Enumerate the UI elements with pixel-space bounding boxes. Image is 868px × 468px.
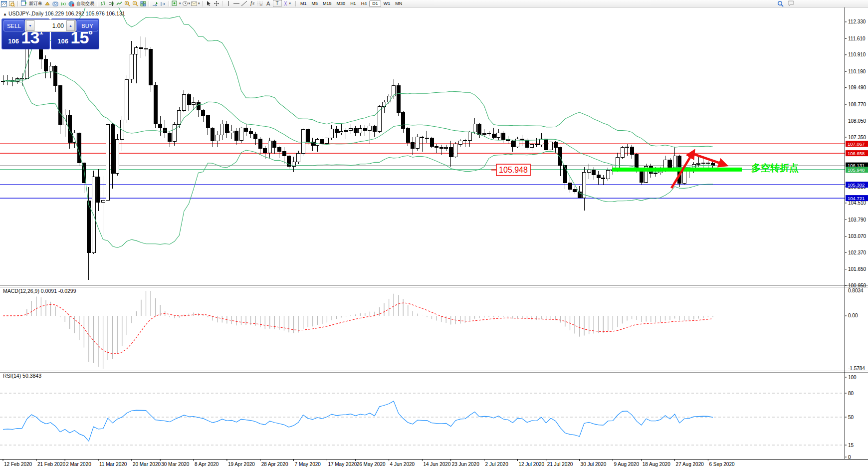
svg-text:多空转折点: 多空转折点 [751, 163, 799, 173]
tab-timeframe-h1[interactable]: H1 [348, 0, 359, 6]
zoom-out-icon[interactable] [132, 0, 139, 6]
svg-text:100: 100 [848, 375, 857, 380]
horizontal-line-icon[interactable] [233, 0, 240, 6]
tab-timeframe-mn[interactable]: MN [393, 0, 405, 6]
svg-text:106.658: 106.658 [848, 151, 865, 156]
new-chart-icon[interactable] [0, 0, 7, 6]
svg-text:20 Mar 2020: 20 Mar 2020 [133, 462, 161, 467]
candle-chart-icon[interactable] [108, 0, 115, 6]
svg-text:109.490: 109.490 [848, 85, 867, 90]
svg-text:0: 0 [848, 455, 851, 460]
svg-text:21 Feb 2020: 21 Feb 2020 [37, 462, 66, 467]
chat-icon[interactable] [788, 0, 795, 6]
fibonacci-icon[interactable]: ƒE [249, 0, 256, 6]
svg-text:F: F [260, 3, 262, 6]
main-toolbar: 新订单 自动交易 ▾ ▾ ▾ ƒE [0, 0, 868, 7]
svg-text:111.610: 111.610 [848, 36, 866, 41]
tile-windows-icon[interactable] [140, 0, 147, 6]
svg-text:19 Apr 2020: 19 Apr 2020 [228, 462, 255, 467]
svg-text:12 Jul 2020: 12 Jul 2020 [518, 462, 544, 467]
collapse-icon[interactable]: ▲ [3, 12, 7, 16]
svg-text:7 May 2020: 7 May 2020 [295, 462, 321, 467]
svg-text:110.190: 110.190 [848, 69, 866, 74]
tab-timeframe-m30[interactable]: M30 [334, 0, 348, 6]
svg-text:15: 15 [848, 443, 854, 448]
svg-text:8 Apr 2020: 8 Apr 2020 [195, 462, 219, 467]
periods-icon[interactable]: ▾ [182, 0, 191, 6]
accounts-icon[interactable] [52, 0, 59, 6]
volume-down-button[interactable]: ▼ [26, 20, 34, 31]
history-icon[interactable] [44, 0, 51, 6]
crosshair-icon[interactable] [213, 0, 220, 6]
bar-chart-icon[interactable] [100, 0, 107, 6]
tab-timeframe-w1[interactable]: W1 [381, 0, 393, 6]
svg-text:103.790: 103.790 [848, 217, 867, 223]
new-order-icon[interactable] [20, 0, 27, 6]
search-icon[interactable] [777, 0, 784, 6]
svg-text:23 Jun 2020: 23 Jun 2020 [452, 462, 479, 467]
arrows-tool-icon[interactable]: ▾ [283, 0, 291, 6]
chart-canvas[interactable]: 多空转折点105.948112.330111.610110.910110.190… [0, 7, 868, 468]
chart-preview-icon[interactable] [8, 0, 15, 6]
svg-text:102.370: 102.370 [848, 250, 867, 255]
grid-tool-icon[interactable]: F [257, 0, 264, 6]
svg-text:108.770: 108.770 [848, 102, 867, 107]
svg-text:26 May 2020: 26 May 2020 [357, 462, 386, 467]
svg-text:14 Jun 2020: 14 Jun 2020 [423, 462, 450, 467]
svg-text:4 Jun 2020: 4 Jun 2020 [390, 462, 415, 467]
svg-text:18 Aug 2020: 18 Aug 2020 [643, 462, 671, 467]
ohlc-info-text: USDJPY-,Daily 106.229 106.292 105.976 10… [8, 10, 125, 16]
sell-price-figure: 106 [8, 37, 19, 45]
chart-shift-icon[interactable] [160, 0, 167, 6]
tab-timeframe-m5[interactable]: M5 [309, 0, 321, 6]
vertical-line-icon[interactable] [225, 0, 232, 6]
volume-up-button[interactable]: ▲ [66, 20, 75, 31]
svg-text:108.050: 108.050 [848, 118, 867, 124]
cursor-icon[interactable] [205, 0, 212, 6]
volume-input[interactable] [35, 20, 66, 31]
svg-text:50: 50 [848, 415, 854, 420]
label-tool-glyph: T [275, 1, 278, 6]
tab-timeframe-m1[interactable]: M1 [298, 0, 309, 6]
svg-text:28 Apr 2020: 28 Apr 2020 [261, 462, 288, 467]
autotrade-button[interactable]: 自动交易 [76, 0, 94, 7]
tab-timeframe-d1[interactable]: D1 [369, 0, 381, 7]
svg-text:6 Sep 2020: 6 Sep 2020 [709, 462, 735, 467]
tab-timeframe-h4[interactable]: H4 [359, 0, 370, 6]
signals-icon[interactable] [60, 0, 67, 6]
svg-text:105.948: 105.948 [848, 167, 865, 173]
svg-text:80: 80 [848, 391, 854, 396]
label-tool-icon[interactable]: T [273, 0, 282, 7]
templates-icon[interactable]: ▾ [191, 0, 200, 6]
svg-text:101.650: 101.650 [848, 266, 867, 272]
svg-text:RSI(14) 50.3843: RSI(14) 50.3843 [3, 373, 41, 379]
svg-text:100.950: 100.950 [848, 283, 867, 288]
autoscroll-icon[interactable] [152, 0, 159, 6]
tab-timeframe-m15[interactable]: M15 [320, 0, 334, 6]
new-order-button[interactable]: 新订单 [29, 0, 42, 7]
volume-control: ▼ ▲ [25, 19, 76, 32]
svg-text:104.721: 104.721 [848, 196, 865, 201]
svg-text:105.302: 105.302 [848, 182, 865, 188]
svg-text:12 Feb 2020: 12 Feb 2020 [4, 462, 32, 467]
svg-text:27 Aug 2020: 27 Aug 2020 [676, 462, 704, 467]
text-tool-glyph: A [266, 1, 270, 6]
svg-text:110.910: 110.910 [848, 52, 866, 57]
svg-text:30 Mar 2020: 30 Mar 2020 [161, 462, 190, 467]
text-tool-icon[interactable]: A [265, 0, 272, 6]
trendline-icon[interactable] [241, 0, 248, 6]
sell-button[interactable]: SELL [3, 20, 24, 31]
svg-text:103.070: 103.070 [848, 234, 867, 239]
svg-text:0.8034: 0.8034 [848, 288, 864, 293]
line-chart-icon[interactable] [116, 0, 123, 6]
svg-text:107.067: 107.067 [848, 141, 865, 147]
buy-button[interactable]: BUY [76, 20, 98, 31]
svg-text:30 Jul 2020: 30 Jul 2020 [581, 462, 607, 467]
zoom-in-icon[interactable] [124, 0, 131, 6]
autotrade-icon[interactable] [68, 0, 75, 6]
svg-text:-1.5784: -1.5784 [848, 366, 865, 371]
buy-price-figure: 106 [57, 37, 68, 45]
svg-text:107.350: 107.350 [848, 135, 867, 140]
svg-text:105.948: 105.948 [499, 166, 528, 174]
indicators-icon[interactable]: ▾ [172, 0, 181, 6]
